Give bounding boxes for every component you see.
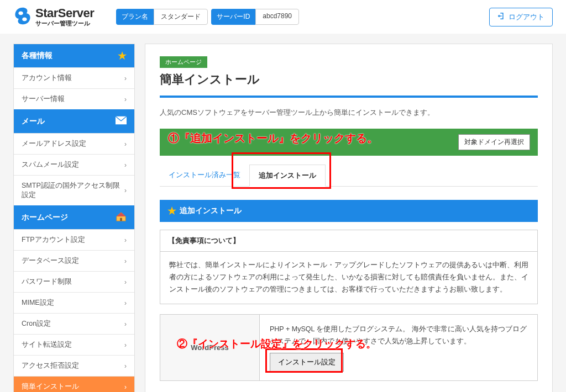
tab-add-install[interactable]: 追加インストール	[249, 165, 326, 187]
sidebar-item[interactable]: FTPアカウント設定›	[14, 229, 134, 250]
server-id-value: abcd7890	[255, 9, 299, 25]
chevron-right-icon: ›	[124, 383, 127, 391]
intro-text: 人気のCMSソフトウェアをサーバー管理ツール上から簡単にインストールできます。	[160, 108, 538, 118]
sidebar-item[interactable]: サーバー情報›	[14, 88, 134, 109]
sidebar-item-label: サーバー情報	[22, 94, 65, 104]
main-panel: ホームページ 簡単インストール 人気のCMSソフトウェアをサーバー管理ツール上か…	[145, 44, 553, 392]
header: StarServer サーバー管理ツール プラン名 スタンダード サーバーID …	[0, 0, 566, 34]
install-row: WordPress ②『インストール設定』をクリックする。 PHP + MySQ…	[160, 314, 538, 382]
house-icon	[116, 211, 127, 224]
svg-rect-1	[120, 218, 122, 221]
sidebar-item[interactable]: アクセス拒否設定›	[14, 355, 134, 376]
chevron-right-icon: ›	[124, 362, 127, 370]
server-id-tag: サーバーID abcd7890	[211, 9, 299, 25]
sidebar-item-label: データベース設定	[22, 256, 79, 266]
sidebar-section-head: 各種情報★	[14, 44, 134, 67]
tabs-wrap: インストール済み一覧 追加インストール	[160, 165, 538, 187]
chevron-right-icon: ›	[124, 140, 127, 148]
logo: StarServer サーバー管理ツール	[13, 7, 94, 27]
chevron-right-icon: ›	[124, 161, 127, 169]
sidebar-item-label: メールアドレス設定	[22, 139, 86, 149]
logout-label: ログアウト	[509, 12, 544, 22]
tabs: インストール済み一覧 追加インストール	[160, 165, 538, 187]
domain-bar: ①『追加インストール』をクリックする。 対象ドメイン再選択	[160, 129, 538, 156]
chevron-right-icon: ›	[124, 236, 127, 244]
page-title: 簡単インストール	[160, 71, 538, 88]
install-settings-button[interactable]: インストール設定	[270, 353, 344, 372]
star-icon: ★	[118, 50, 127, 62]
section-title: ホームページ	[22, 213, 68, 223]
chevron-right-icon: ›	[124, 278, 127, 286]
container: 各種情報★アカウント情報›サーバー情報›メールメールアドレス設定›スパムメール設…	[0, 34, 566, 392]
logo-subtitle: サーバー管理ツール	[35, 20, 94, 27]
sidebar-item[interactable]: メールアドレス設定›	[14, 133, 134, 154]
plan-tag: プラン名 スタンダード	[116, 9, 208, 25]
sidebar-item-label: SMTP認証の国外アクセス制限設定	[22, 181, 124, 200]
server-id-label: サーバーID	[211, 9, 255, 25]
chevron-right-icon: ›	[124, 75, 127, 82]
section-title: メール	[22, 116, 45, 126]
section-title: 各種情報	[22, 51, 53, 61]
plan-value: スタンダード	[154, 9, 208, 25]
sidebar-item-label: アクセス拒否設定	[22, 361, 79, 370]
sidebar-item-label: MIME設定	[22, 298, 54, 308]
tab-installed-list[interactable]: インストール済み一覧	[160, 165, 249, 186]
plan-label: プラン名	[116, 9, 154, 25]
header-tags: プラン名 スタンダード サーバーID abcd7890	[116, 9, 299, 25]
section-title-bar: ★ 追加インストール	[160, 200, 538, 222]
sidebar-item[interactable]: スパムメール設定›	[14, 154, 134, 175]
sidebar-item-label: パスワード制限	[22, 277, 72, 287]
logo-text: StarServer サーバー管理ツール	[35, 7, 94, 27]
reselect-domain-button[interactable]: 対象ドメイン再選択	[458, 134, 530, 150]
sidebar-item[interactable]: パスワード制限›	[14, 271, 134, 292]
product-cell: ②『インストール設定』をクリックする。 PHP + MySQL を使用したブログ…	[260, 315, 537, 381]
sidebar-section-head: メール	[14, 109, 134, 133]
disclaimer-box: 【免責事項について】 弊社では、簡単インストールによりインストール・アップグレー…	[160, 230, 538, 304]
sidebar-item-label: サイト転送設定	[22, 340, 72, 349]
sidebar-item-label: スパムメール設定	[22, 160, 79, 169]
sidebar-item[interactable]: Cron設定›	[14, 313, 134, 334]
logo-icon	[13, 7, 32, 27]
chevron-right-icon: ›	[124, 96, 127, 103]
sidebar-item-label: 簡単インストール	[22, 382, 79, 391]
logo-title: StarServer	[35, 7, 94, 19]
logout-button[interactable]: ログアウト	[489, 8, 553, 27]
disclaimer-body: 弊社では、簡単インストールによりインストール・アップグレードしたソフトウェアの提…	[160, 252, 537, 304]
sidebar-item-label: Cron設定	[22, 319, 51, 329]
sidebar: 各種情報★アカウント情報›サーバー情報›メールメールアドレス設定›スパムメール設…	[13, 44, 135, 392]
annotation-2: ②『インストール設定』をクリックする。	[177, 335, 376, 353]
logout-icon	[497, 12, 505, 22]
sidebar-item[interactable]: アカウント情報›	[14, 67, 134, 88]
chevron-right-icon: ›	[124, 257, 127, 265]
sidebar-item-label: FTPアカウント設定	[22, 235, 85, 245]
sidebar-item[interactable]: データベース設定›	[14, 250, 134, 271]
sidebar-section-head: ホームページ	[14, 205, 134, 229]
chevron-right-icon: ›	[124, 187, 127, 194]
sidebar-item[interactable]: 簡単インストール›	[14, 376, 134, 392]
sidebar-item[interactable]: SMTP認証の国外アクセス制限設定›	[14, 175, 134, 205]
chevron-right-icon: ›	[124, 341, 127, 349]
star-icon: ★	[167, 205, 176, 217]
disclaimer-heading: 【免責事項について】	[160, 230, 537, 252]
sidebar-item[interactable]: サイト転送設定›	[14, 334, 134, 355]
domain-bar-overlay: ①『追加インストール』をクリックする。	[168, 131, 378, 146]
section-title-text: 追加インストール	[180, 206, 242, 216]
envelope-icon	[116, 115, 127, 128]
title-underline	[160, 96, 538, 98]
sidebar-item-label: アカウント情報	[22, 73, 72, 83]
sidebar-item[interactable]: MIME設定›	[14, 292, 134, 313]
breadcrumb: ホームページ	[160, 56, 207, 68]
chevron-right-icon: ›	[124, 320, 127, 328]
chevron-right-icon: ›	[124, 299, 127, 307]
